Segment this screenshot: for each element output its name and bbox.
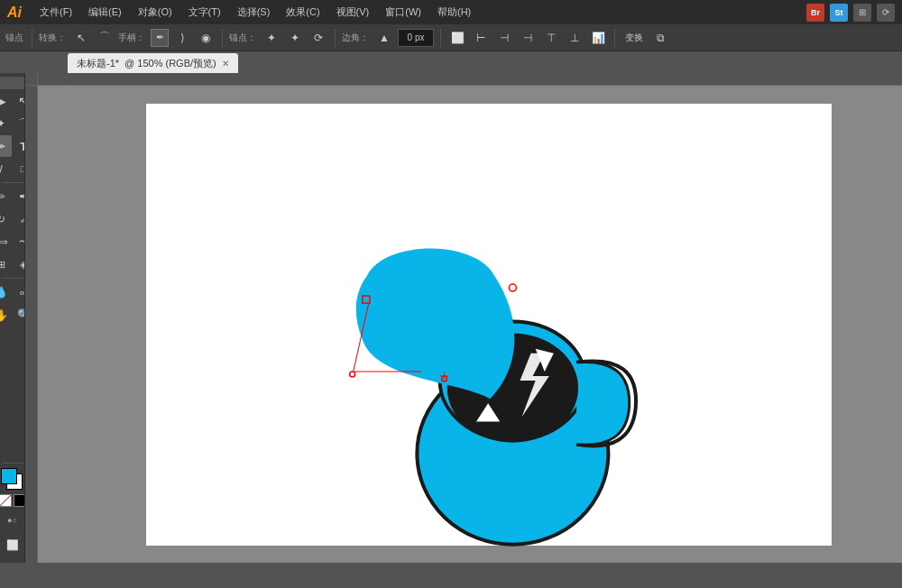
- color-area: ●○ ⬜: [0, 461, 25, 559]
- handle-label: 手柄：: [118, 32, 145, 44]
- dist2-btn[interactable]: ⊥: [565, 28, 584, 48]
- eyedropper-btn[interactable]: 💧: [0, 281, 12, 303]
- corner-value-input[interactable]: [398, 29, 434, 47]
- tab-subtitle: @ 150% (RGB/预览): [124, 57, 216, 70]
- paintbrush-btn[interactable]: ✏: [0, 186, 12, 207]
- handle-option2[interactable]: ◉: [196, 28, 216, 48]
- chart-btn[interactable]: 📊: [588, 28, 608, 48]
- tool-separator1: [2, 182, 23, 183]
- type-tool-btn[interactable]: T: [13, 135, 25, 157]
- bridge-icon[interactable]: Br: [806, 4, 824, 22]
- warp-btn[interactable]: 〜: [13, 231, 25, 253]
- brush-pencil-pair: ✏ ✒: [0, 186, 25, 207]
- artboard-mode-btn[interactable]: ⬜: [2, 534, 23, 556]
- none-swatch[interactable]: [0, 494, 12, 507]
- tool-separator2: [2, 278, 23, 279]
- eye-blend-pair: 💧 ∞: [0, 281, 25, 303]
- menu-window[interactable]: 窗口(W): [380, 4, 427, 21]
- dist-btn[interactable]: ⊤: [541, 28, 561, 48]
- column-graph-btn[interactable]: ⊞: [0, 253, 12, 275]
- menu-effect[interactable]: 效果(C): [281, 4, 325, 21]
- title-right-icons: Br St ⊞ ⟳: [806, 4, 895, 22]
- pencil-btn[interactable]: ✒: [13, 186, 25, 207]
- artboard-btn[interactable]: ⬜: [447, 28, 467, 48]
- blend-btn[interactable]: ∞: [13, 281, 25, 303]
- shape-tool-btn[interactable]: □: [13, 158, 25, 179]
- anchor-point-label: 锚点：: [229, 32, 256, 44]
- color-sep: [2, 463, 23, 464]
- black-swatch[interactable]: [14, 494, 26, 507]
- align-center-btn[interactable]: ⊣: [494, 28, 514, 48]
- ruler-indicator: [0, 77, 25, 89]
- pen-tool-btn[interactable]: ✒: [0, 135, 12, 157]
- menu-help[interactable]: 帮助(H): [432, 4, 476, 21]
- tab-bar: 未标题-1* @ 150% (RGB/预览) ✕: [0, 51, 902, 73]
- sep1: [32, 29, 32, 47]
- toolbar-row1: 锚点 转换： ↖ ⌒ 手柄： ✒ ⟩ ◉ 锚点： ✦ ✦ ⟳ 边角： ▲ ⬜ ⊢…: [0, 24, 902, 51]
- width-warp-pair: ⟺ 〜: [0, 231, 25, 253]
- transform-label: 转换：: [39, 32, 66, 44]
- stock-icon[interactable]: St: [830, 4, 848, 22]
- title-bar: Ai 文件(F) 编辑(E) 对象(O) 文字(T) 选择(S) 效果(C) 视…: [0, 0, 902, 24]
- sep2: [222, 29, 223, 47]
- select-tool-btn[interactable]: ▶: [0, 90, 12, 112]
- fill-swatch[interactable]: [1, 468, 17, 484]
- grid-icon[interactable]: ⊞: [853, 4, 871, 22]
- transform-options-btn[interactable]: ⧉: [650, 28, 670, 48]
- live-paint-btn[interactable]: ◈: [13, 253, 25, 275]
- menu-edit[interactable]: 编辑(E): [83, 4, 127, 21]
- hand-zoom-pair: ✋ 🔍: [0, 304, 25, 326]
- tab-title: 未标题-1*: [77, 57, 119, 70]
- canvas-background[interactable]: [38, 86, 902, 563]
- app-logo: Ai: [7, 5, 22, 21]
- ruler-left: [25, 86, 38, 563]
- sep5: [614, 29, 615, 47]
- select-tool-pair: ▶ ↖: [0, 90, 25, 112]
- line-shape-pair: / □: [0, 158, 25, 179]
- artboard: [146, 104, 832, 546]
- hand-btn[interactable]: ✋: [0, 304, 12, 326]
- pen-active-indicator: ✒: [151, 29, 169, 47]
- anchor-label: 锚点: [5, 32, 23, 44]
- magic-lasso-pair: ✦ ⌒: [0, 113, 25, 134]
- tab-close-btn[interactable]: ✕: [222, 59, 229, 69]
- transform-btn[interactable]: 变换: [621, 28, 647, 48]
- anchor-remove-btn[interactable]: ✦: [285, 28, 305, 48]
- width-btn[interactable]: ⟺: [0, 231, 12, 253]
- sync-icon[interactable]: ⟳: [877, 4, 895, 22]
- menu-object[interactable]: 对象(O): [133, 4, 178, 21]
- transform-curve-btn[interactable]: ⌒: [95, 28, 115, 48]
- ruler-top: [38, 73, 902, 86]
- rotate-btn[interactable]: ↻: [0, 208, 12, 230]
- scale-btn[interactable]: ⤢: [13, 208, 25, 230]
- anchor-add-btn[interactable]: ✦: [262, 28, 281, 48]
- align-left-btn[interactable]: ⊢: [471, 28, 491, 48]
- lasso-btn[interactable]: ⌒: [13, 113, 25, 134]
- menu-file[interactable]: 文件(F): [34, 4, 78, 21]
- menu-view[interactable]: 视图(V): [331, 4, 375, 21]
- magic-wand-btn[interactable]: ✦: [0, 113, 12, 134]
- zoom-btn[interactable]: 🔍: [13, 304, 25, 326]
- color-mode-btn[interactable]: ●○: [2, 510, 23, 531]
- line-tool-btn[interactable]: /: [0, 158, 12, 179]
- menu-type[interactable]: 文字(T): [183, 4, 226, 21]
- color-swatches[interactable]: [1, 468, 24, 492]
- anchor-smooth-btn[interactable]: ⟳: [308, 28, 328, 48]
- pen-type-pair: ✒ T: [0, 135, 25, 157]
- sep3: [335, 29, 336, 47]
- handle-option1[interactable]: ⟩: [172, 28, 192, 48]
- transform-arrow-btn[interactable]: ↖: [71, 28, 91, 48]
- main-area: ▶ ↖ ✦ ⌒ ✒ T / □ ✏ ✒ ↻ ⤢ ⟺ 〜 ⊞ ◈: [0, 73, 902, 563]
- corner-label: 边角：: [342, 32, 369, 44]
- align-right-btn[interactable]: ⊣: [518, 28, 538, 48]
- corner-up-btn[interactable]: ▲: [374, 28, 394, 48]
- direct-select-btn[interactable]: ↖: [13, 90, 25, 112]
- left-toolbar: ▶ ↖ ✦ ⌒ ✒ T / □ ✏ ✒ ↻ ⤢ ⟺ 〜 ⊞ ◈: [0, 73, 25, 563]
- document-tab[interactable]: 未标题-1* @ 150% (RGB/预览) ✕: [68, 53, 238, 73]
- menu-select[interactable]: 选择(S): [232, 4, 276, 21]
- rotate-scale-pair: ↻ ⤢: [0, 208, 25, 230]
- sep4: [440, 29, 441, 47]
- col-live-pair: ⊞ ◈: [0, 253, 25, 275]
- small-swatches: [0, 494, 25, 507]
- canvas-area[interactable]: [25, 73, 902, 563]
